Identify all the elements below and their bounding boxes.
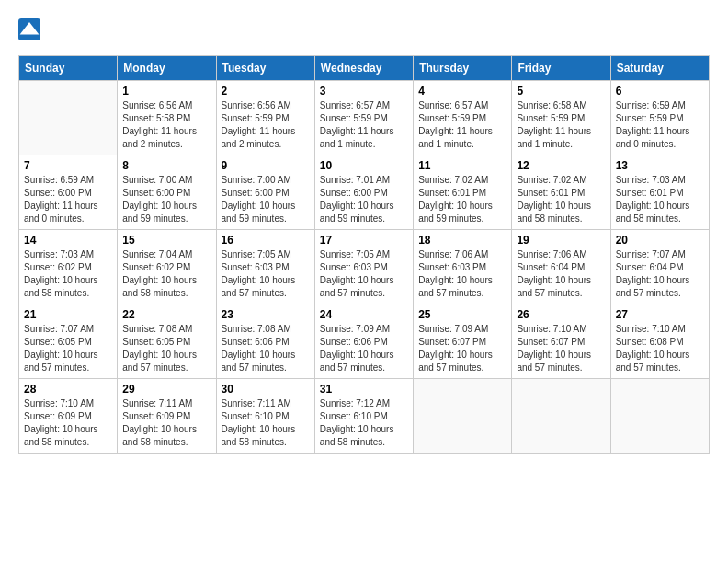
day-number: 19 [517, 234, 605, 247]
day-info: Sunrise: 7:11 AM Sunset: 6:09 PM Dayligh… [122, 397, 210, 449]
day-cell: 30Sunrise: 7:11 AM Sunset: 6:10 PM Dayli… [216, 379, 314, 454]
day-number: 30 [222, 383, 310, 396]
day-cell: 2Sunrise: 6:56 AM Sunset: 5:59 PM Daylig… [216, 81, 314, 155]
day-info: Sunrise: 7:08 AM Sunset: 6:05 PM Dayligh… [122, 323, 210, 374]
day-cell: 20Sunrise: 7:07 AM Sunset: 6:04 PM Dayli… [610, 230, 709, 304]
day-cell: 7Sunrise: 6:59 AM Sunset: 6:00 PM Daylig… [19, 155, 118, 230]
day-number: 22 [122, 308, 210, 321]
day-number: 21 [24, 308, 112, 321]
day-number: 28 [24, 383, 112, 396]
weekday-header-tuesday: Tuesday [216, 56, 314, 81]
day-cell: 17Sunrise: 7:05 AM Sunset: 6:03 PM Dayli… [314, 230, 413, 304]
day-number: 13 [616, 159, 704, 172]
day-number: 1 [122, 85, 210, 98]
day-number: 12 [517, 159, 605, 172]
day-info: Sunrise: 7:07 AM Sunset: 6:05 PM Dayligh… [24, 323, 112, 374]
weekday-header-row: SundayMondayTuesdayWednesdayThursdayFrid… [19, 56, 710, 81]
day-cell: 18Sunrise: 7:06 AM Sunset: 6:03 PM Dayli… [414, 230, 512, 304]
day-number: 10 [320, 159, 408, 172]
day-info: Sunrise: 7:00 AM Sunset: 6:00 PM Dayligh… [222, 174, 310, 225]
day-cell: 22Sunrise: 7:08 AM Sunset: 6:05 PM Dayli… [118, 304, 216, 379]
day-number: 11 [418, 159, 506, 172]
day-cell: 15Sunrise: 7:04 AM Sunset: 6:02 PM Dayli… [118, 230, 216, 304]
week-row-3: 14Sunrise: 7:03 AM Sunset: 6:02 PM Dayli… [19, 230, 710, 304]
day-cell: 12Sunrise: 7:02 AM Sunset: 6:01 PM Dayli… [512, 155, 610, 230]
day-cell [414, 379, 512, 454]
day-cell: 1Sunrise: 6:56 AM Sunset: 5:58 PM Daylig… [118, 81, 216, 155]
day-info: Sunrise: 7:03 AM Sunset: 6:01 PM Dayligh… [616, 174, 704, 225]
day-number: 3 [320, 85, 408, 98]
day-info: Sunrise: 7:10 AM Sunset: 6:08 PM Dayligh… [616, 323, 704, 374]
weekday-header-monday: Monday [118, 56, 216, 81]
day-info: Sunrise: 7:00 AM Sunset: 6:00 PM Dayligh… [122, 174, 210, 225]
day-info: Sunrise: 7:06 AM Sunset: 6:03 PM Dayligh… [418, 248, 506, 300]
day-info: Sunrise: 6:59 AM Sunset: 5:59 PM Dayligh… [616, 99, 704, 151]
day-info: Sunrise: 6:56 AM Sunset: 5:58 PM Dayligh… [122, 99, 210, 151]
week-row-2: 7Sunrise: 6:59 AM Sunset: 6:00 PM Daylig… [19, 155, 710, 230]
week-row-5: 28Sunrise: 7:10 AM Sunset: 6:09 PM Dayli… [19, 379, 710, 454]
day-number: 20 [616, 234, 704, 247]
day-number: 15 [122, 234, 210, 247]
day-cell: 9Sunrise: 7:00 AM Sunset: 6:00 PM Daylig… [216, 155, 314, 230]
day-info: Sunrise: 6:57 AM Sunset: 5:59 PM Dayligh… [320, 99, 408, 151]
day-number: 7 [24, 159, 112, 172]
week-row-1: 1Sunrise: 6:56 AM Sunset: 5:58 PM Daylig… [19, 81, 710, 155]
day-cell: 10Sunrise: 7:01 AM Sunset: 6:00 PM Dayli… [314, 155, 413, 230]
weekday-header-sunday: Sunday [19, 56, 118, 81]
day-info: Sunrise: 7:10 AM Sunset: 6:09 PM Dayligh… [24, 397, 112, 449]
logo-icon [18, 18, 40, 40]
day-number: 26 [517, 308, 605, 321]
day-cell: 6Sunrise: 6:59 AM Sunset: 5:59 PM Daylig… [610, 81, 709, 155]
day-cell: 24Sunrise: 7:09 AM Sunset: 6:06 PM Dayli… [314, 304, 413, 379]
day-info: Sunrise: 6:59 AM Sunset: 6:00 PM Dayligh… [24, 174, 112, 225]
day-info: Sunrise: 7:08 AM Sunset: 6:06 PM Dayligh… [222, 323, 310, 374]
day-cell: 27Sunrise: 7:10 AM Sunset: 6:08 PM Dayli… [610, 304, 709, 379]
day-info: Sunrise: 7:03 AM Sunset: 6:02 PM Dayligh… [24, 248, 112, 300]
day-cell: 29Sunrise: 7:11 AM Sunset: 6:09 PM Dayli… [118, 379, 216, 454]
day-info: Sunrise: 7:01 AM Sunset: 6:00 PM Dayligh… [320, 174, 408, 225]
day-cell: 5Sunrise: 6:58 AM Sunset: 5:59 PM Daylig… [512, 81, 610, 155]
day-info: Sunrise: 7:02 AM Sunset: 6:01 PM Dayligh… [517, 174, 605, 225]
day-cell: 4Sunrise: 6:57 AM Sunset: 5:59 PM Daylig… [414, 81, 512, 155]
day-number: 29 [122, 383, 210, 396]
day-number: 4 [418, 85, 506, 98]
day-cell: 25Sunrise: 7:09 AM Sunset: 6:07 PM Dayli… [414, 304, 512, 379]
day-cell: 31Sunrise: 7:12 AM Sunset: 6:10 PM Dayli… [314, 379, 413, 454]
logo [18, 18, 44, 40]
day-cell: 3Sunrise: 6:57 AM Sunset: 5:59 PM Daylig… [314, 81, 413, 155]
day-cell: 14Sunrise: 7:03 AM Sunset: 6:02 PM Dayli… [19, 230, 118, 304]
day-info: Sunrise: 7:04 AM Sunset: 6:02 PM Dayligh… [122, 248, 210, 300]
day-cell: 26Sunrise: 7:10 AM Sunset: 6:07 PM Dayli… [512, 304, 610, 379]
day-info: Sunrise: 7:09 AM Sunset: 6:07 PM Dayligh… [418, 323, 506, 374]
day-cell [610, 379, 709, 454]
day-number: 17 [320, 234, 408, 247]
day-number: 14 [24, 234, 112, 247]
day-number: 24 [320, 308, 408, 321]
day-info: Sunrise: 6:58 AM Sunset: 5:59 PM Dayligh… [517, 99, 605, 151]
day-info: Sunrise: 7:05 AM Sunset: 6:03 PM Dayligh… [222, 248, 310, 300]
weekday-header-friday: Friday [512, 56, 610, 81]
day-info: Sunrise: 7:09 AM Sunset: 6:06 PM Dayligh… [320, 323, 408, 374]
day-number: 18 [418, 234, 506, 247]
day-number: 5 [517, 85, 605, 98]
day-info: Sunrise: 7:07 AM Sunset: 6:04 PM Dayligh… [616, 248, 704, 300]
day-cell: 21Sunrise: 7:07 AM Sunset: 6:05 PM Dayli… [19, 304, 118, 379]
day-info: Sunrise: 7:10 AM Sunset: 6:07 PM Dayligh… [517, 323, 605, 374]
calendar-table: SundayMondayTuesdayWednesdayThursdayFrid… [18, 55, 710, 454]
weekday-header-wednesday: Wednesday [314, 56, 413, 81]
day-info: Sunrise: 6:56 AM Sunset: 5:59 PM Dayligh… [222, 99, 310, 151]
day-info: Sunrise: 7:12 AM Sunset: 6:10 PM Dayligh… [320, 397, 408, 449]
day-info: Sunrise: 6:57 AM Sunset: 5:59 PM Dayligh… [418, 99, 506, 151]
day-info: Sunrise: 7:06 AM Sunset: 6:04 PM Dayligh… [517, 248, 605, 300]
day-cell: 8Sunrise: 7:00 AM Sunset: 6:00 PM Daylig… [118, 155, 216, 230]
day-number: 8 [122, 159, 210, 172]
day-number: 25 [418, 308, 506, 321]
day-cell [19, 81, 118, 155]
day-number: 23 [222, 308, 310, 321]
day-cell: 16Sunrise: 7:05 AM Sunset: 6:03 PM Dayli… [216, 230, 314, 304]
day-info: Sunrise: 7:02 AM Sunset: 6:01 PM Dayligh… [418, 174, 506, 225]
day-number: 9 [222, 159, 310, 172]
day-info: Sunrise: 7:11 AM Sunset: 6:10 PM Dayligh… [222, 397, 310, 449]
weekday-header-saturday: Saturday [610, 56, 709, 81]
day-cell: 11Sunrise: 7:02 AM Sunset: 6:01 PM Dayli… [414, 155, 512, 230]
